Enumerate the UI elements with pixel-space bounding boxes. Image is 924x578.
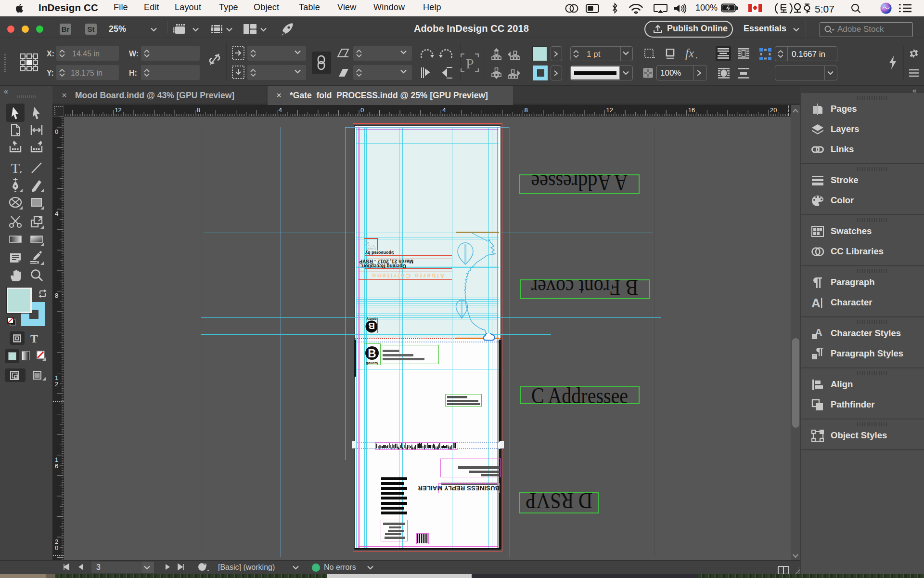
svg-text:4: 4 [442, 106, 446, 114]
svg-text:4: 4 [55, 210, 58, 217]
svg-text:T: T [11, 160, 20, 175]
svg-text:0: 0 [55, 544, 58, 552]
svg-text:6: 6 [55, 462, 58, 470]
svg-text:B: B [368, 321, 375, 331]
svg-text:20: 20 [770, 106, 777, 114]
svg-text:5:07: 5:07 [815, 3, 834, 14]
svg-text:12: 12 [115, 106, 121, 114]
svg-text:8: 8 [524, 106, 527, 114]
svg-text:12: 12 [606, 106, 613, 114]
svg-text:A: A [811, 297, 821, 309]
svg-text:16: 16 [688, 106, 695, 114]
svg-text:8: 8 [197, 106, 200, 114]
svg-text:0: 0 [55, 128, 58, 135]
svg-text:P: P [466, 55, 474, 71]
svg-text:gallery: gallery [366, 317, 376, 321]
svg-text:fx: fx [685, 48, 694, 60]
svg-text:4: 4 [279, 106, 282, 114]
svg-text:2: 2 [55, 381, 58, 388]
svg-text:8: 8 [55, 292, 58, 299]
svg-text:0: 0 [360, 106, 364, 114]
